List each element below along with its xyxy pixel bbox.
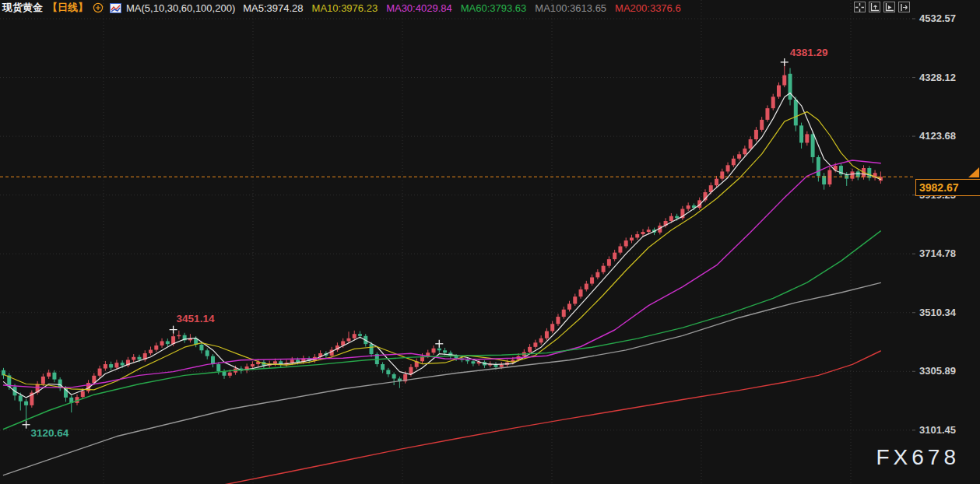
ma-value-5: MA200:3376.6 xyxy=(615,2,681,14)
timeframe-selector[interactable]: 【日线】 xyxy=(47,1,88,15)
y-axis-label: 3510.34 xyxy=(919,307,956,318)
y-axis-label: 3101.45 xyxy=(919,424,956,436)
trading-chart-app: 3120.643451.144381.29 现货黄金 【日线】 MA(5,10,… xyxy=(0,0,980,484)
chart-canvas[interactable]: 3120.643451.144381.29 xyxy=(0,0,980,484)
ma-value-4: MA100:3613.65 xyxy=(535,2,606,14)
price-arrow-icon xyxy=(968,167,979,177)
add-indicator-button[interactable] xyxy=(93,2,104,13)
ma-value-3: MA60:3793.63 xyxy=(461,2,527,14)
svg-text:4381.29: 4381.29 xyxy=(790,47,828,58)
y-axis-label: 4123.68 xyxy=(919,130,956,142)
ma-value-2: MA30:4029.84 xyxy=(386,2,452,14)
last-price-label: 3982.67 xyxy=(915,179,980,196)
indicator-chart-icon[interactable] xyxy=(110,3,121,13)
plus-circle-icon xyxy=(93,2,104,13)
chart-header: 现货黄金 【日线】 MA(5,10,30,60,100,200) MA5:397… xyxy=(2,1,690,15)
crosshair-icon[interactable] xyxy=(854,2,866,12)
shift-right-icon[interactable] xyxy=(898,2,910,12)
ma-value-0: MA5:3974.28 xyxy=(243,2,303,14)
y-axis-label: 4532.57 xyxy=(919,12,956,24)
auto-play-icon[interactable] xyxy=(883,2,895,12)
svg-text:3451.14: 3451.14 xyxy=(177,313,215,324)
ma-value-1: MA10:3976.23 xyxy=(312,2,378,14)
ma-settings-label: MA(5,10,30,60,100,200) xyxy=(126,2,235,14)
svg-text:3120.64: 3120.64 xyxy=(31,427,69,439)
chart-toolbar xyxy=(854,2,910,12)
y-axis-label: 4328.12 xyxy=(919,72,956,83)
axis-scale-icon[interactable] xyxy=(869,2,880,12)
symbol-name: 现货黄金 xyxy=(2,1,43,15)
watermark: FX678 xyxy=(876,445,961,470)
y-axis-label: 3714.78 xyxy=(919,247,956,259)
y-axis-label: 3305.89 xyxy=(919,365,956,377)
